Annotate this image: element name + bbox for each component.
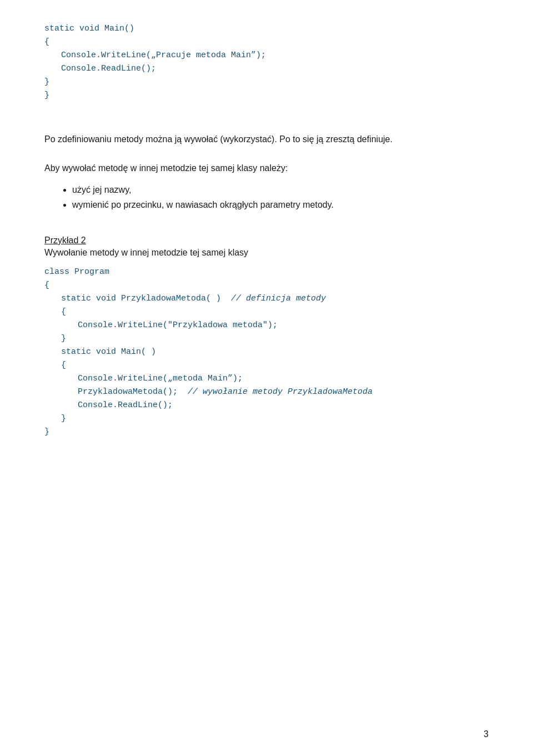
example-code-block: class Program { static void PrzykladowaM… (44, 266, 489, 439)
example-subheading: Wywołanie metody w innej metodzie tej sa… (44, 248, 489, 258)
page: static void Main() { Console.WriteLine(„… (0, 0, 533, 756)
code-line-0: static void Main() (44, 22, 489, 36)
ex-line-2: static void PrzykladowaMetoda( ) // defi… (44, 292, 489, 306)
ex-line-7: { (44, 359, 489, 372)
ex-line-6: static void Main( ) (44, 346, 489, 359)
example-heading: Przykład 2 (44, 236, 489, 246)
paragraph-1: Po zdefiniowaniu metody można ją wywołać… (44, 132, 489, 147)
example-heading-underline: Przykład 2 (44, 236, 86, 245)
page-number: 3 (484, 729, 489, 739)
section-heading: Aby wywołać metodę w innej metodzie tej … (44, 163, 489, 173)
code-line-4: } (44, 76, 489, 89)
bullet-item-2: wymienić po przecinku, w nawiasach okrąg… (72, 197, 489, 212)
code-line-1: { (44, 36, 489, 49)
code-line-2: Console.WriteLine(„Pracuje metoda Main”)… (44, 49, 489, 62)
ex-line-8: Console.WriteLine(„metoda Main”); (44, 372, 489, 385)
bullet-list: użyć jej nazwy, wymienić po przecinku, w… (44, 182, 489, 212)
code-line-5: } (44, 89, 489, 102)
ex-line-3: { (44, 306, 489, 319)
ex-line-10: Console.ReadLine(); (44, 399, 489, 412)
ex-line-5: } (44, 332, 489, 346)
ex-line-0: class Program (44, 266, 489, 279)
ex-line-4: Console.WriteLine("Przykladowa metoda"); (44, 319, 489, 332)
top-code-block: static void Main() { Console.WriteLine(„… (44, 22, 489, 102)
ex-line-9: PrzykladowaMetoda(); // wywołanie metody… (44, 385, 489, 399)
ex-line-11: } (44, 412, 489, 425)
code-line-3: Console.ReadLine(); (44, 62, 489, 76)
bullet-item-1: użyć jej nazwy, (72, 182, 489, 197)
ex-line-1: { (44, 279, 489, 292)
ex-line-12: } (44, 425, 489, 439)
